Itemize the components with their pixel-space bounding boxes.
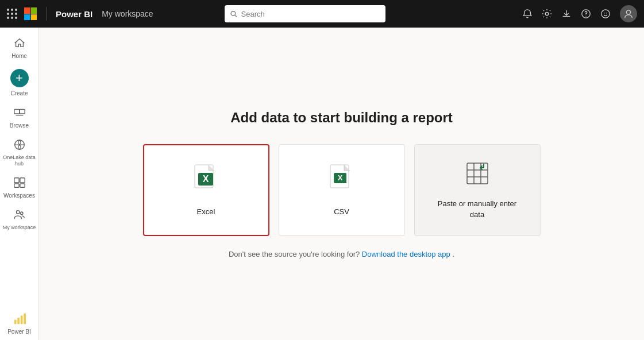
data-source-cards: X Excel X a xyxy=(143,144,541,236)
search-input[interactable] xyxy=(241,10,380,18)
sidebar: Home + Create Browse xyxy=(0,28,39,340)
sidebar-item-browse[interactable]: Browse xyxy=(0,102,38,134)
help-icon[interactable] xyxy=(581,9,591,19)
hint-suffix: . xyxy=(452,250,454,258)
svg-point-4 xyxy=(585,16,586,16)
svg-rect-18 xyxy=(14,320,16,324)
svg-text:X: X xyxy=(202,174,209,184)
user-avatar[interactable] xyxy=(620,5,637,22)
csv-card[interactable]: X a CSV xyxy=(279,144,405,236)
sidebar-item-workspaces[interactable]: Workspaces xyxy=(0,172,38,204)
svg-point-7 xyxy=(606,13,607,14)
svg-rect-13 xyxy=(20,177,24,182)
my-workspace-icon xyxy=(13,208,26,223)
svg-point-17 xyxy=(20,212,23,215)
hint-text: Don't see the source you're looking for? xyxy=(229,250,360,258)
create-button[interactable]: + xyxy=(10,69,29,87)
workspace-name[interactable]: My workspace xyxy=(102,9,153,18)
smiley-icon[interactable] xyxy=(600,9,611,19)
powerbi-icon xyxy=(13,312,26,327)
svg-rect-29 xyxy=(467,163,488,184)
settings-icon[interactable] xyxy=(542,9,552,19)
svg-rect-20 xyxy=(20,316,22,324)
svg-rect-19 xyxy=(17,318,20,324)
svg-rect-10 xyxy=(20,110,25,114)
onelake-icon xyxy=(13,138,26,153)
app-grid-icon[interactable] xyxy=(7,9,17,19)
excel-card[interactable]: X Excel xyxy=(143,144,269,236)
nav-divider xyxy=(46,7,47,21)
notifications-icon[interactable] xyxy=(522,9,533,19)
product-name: Power BI xyxy=(56,9,92,19)
paste-icon xyxy=(464,160,491,190)
main-layout: Home + Create Browse xyxy=(0,28,644,340)
search-icon xyxy=(230,10,237,18)
page-title: Add data to start building a report xyxy=(230,110,453,126)
svg-text:X: X xyxy=(337,173,342,182)
search-bar[interactable] xyxy=(225,5,385,22)
sidebar-item-onelake[interactable]: OneLake data hub xyxy=(0,134,38,172)
sidebar-label-browse: Browse xyxy=(10,122,29,129)
topnav-icon-group xyxy=(522,5,637,22)
ms-squares xyxy=(24,7,37,20)
csv-icon: X a xyxy=(328,164,356,198)
excel-icon: X xyxy=(192,164,220,198)
csv-card-label: CSV xyxy=(334,207,349,216)
sidebar-label-my-workspace: My workspace xyxy=(3,225,36,231)
sidebar-item-home[interactable]: Home xyxy=(0,32,38,64)
paste-card[interactable]: Paste or manually enterdata xyxy=(414,144,541,236)
download-icon[interactable] xyxy=(561,9,572,19)
sidebar-label-home: Home xyxy=(11,53,27,60)
microsoft-logo[interactable] xyxy=(24,7,37,20)
desktop-app-link[interactable]: Download the desktop app xyxy=(362,250,450,258)
plus-icon: + xyxy=(16,72,23,84)
svg-line-1 xyxy=(235,15,237,17)
topnav: Power BI My workspace xyxy=(0,0,644,28)
sidebar-label-onelake: OneLake data hub xyxy=(2,154,36,167)
workspaces-icon xyxy=(13,176,26,191)
svg-rect-12 xyxy=(14,177,18,182)
svg-point-8 xyxy=(626,10,630,14)
sidebar-item-my-workspace[interactable]: My workspace xyxy=(0,204,38,235)
svg-point-16 xyxy=(16,210,20,214)
sidebar-label-powerbi: Power BI xyxy=(7,329,31,335)
svg-rect-21 xyxy=(24,314,26,324)
svg-point-6 xyxy=(604,13,605,14)
sidebar-item-create[interactable]: + Create xyxy=(0,64,38,102)
excel-card-label: Excel xyxy=(197,207,215,216)
main-content: Add data to start building a report X xyxy=(39,28,644,340)
svg-rect-9 xyxy=(14,110,19,114)
browse-icon xyxy=(13,106,26,121)
sidebar-label-workspaces: Workspaces xyxy=(3,192,35,199)
svg-rect-14 xyxy=(14,183,18,187)
paste-card-label: Paste or manually enterdata xyxy=(438,199,516,219)
sidebar-item-powerbi[interactable]: Power BI xyxy=(0,308,38,340)
svg-rect-15 xyxy=(20,183,24,187)
sidebar-label-create: Create xyxy=(10,90,28,97)
home-icon xyxy=(13,37,26,51)
svg-point-5 xyxy=(601,10,610,18)
svg-point-0 xyxy=(232,11,236,16)
bottom-hint: Don't see the source you're looking for?… xyxy=(229,250,454,258)
svg-point-2 xyxy=(545,12,548,15)
